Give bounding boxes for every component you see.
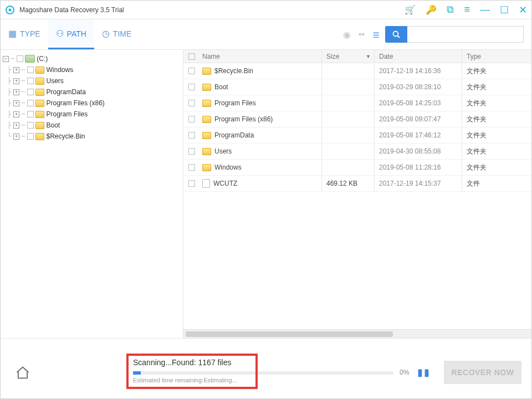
grid-icon: ▦ (8, 28, 17, 39)
file-type: 文件夹 (462, 95, 531, 111)
checkbox[interactable] (17, 55, 23, 62)
tree-item[interactable]: ├+─Boot (3, 120, 181, 131)
tree-item-label: $Recycle.Bin (46, 132, 85, 140)
titlebar-actions: 🛒 🔑 ⧉ ≡ — ☐ ✕ (405, 4, 527, 16)
folder-icon (202, 164, 211, 171)
file-date: 2019-05-08 11:28:16 (375, 160, 462, 175)
table-row[interactable]: Program Files (x86)2019-05-08 09:07:47文件… (183, 111, 531, 127)
tab-path[interactable]: ⚇ PATH (48, 19, 94, 49)
checkbox[interactable] (27, 122, 34, 129)
list-body[interactable]: $Recycle.Bin2017-12-19 14:16:36文件夹Boot20… (183, 63, 531, 329)
expand-icon[interactable]: + (13, 111, 19, 117)
file-type: 文件 (462, 176, 531, 191)
file-type: 文件夹 (462, 63, 531, 79)
table-row[interactable]: WCUTZ469.12 KB2017-12-19 14:15:37文件 (183, 176, 531, 192)
row-checkbox[interactable] (188, 68, 195, 74)
tab-type[interactable]: ▦ TYPE (1, 19, 48, 49)
tab-label: TIME (113, 29, 131, 38)
file-size (322, 127, 375, 143)
row-checkbox[interactable] (188, 164, 195, 171)
file-name: ProgramData (214, 131, 254, 139)
table-row[interactable]: Boot2019-03-29 08:28:10文件夹 (183, 79, 531, 95)
search-button[interactable] (385, 26, 407, 43)
drive-icon (25, 55, 35, 63)
search-input[interactable] (407, 26, 524, 43)
svg-line-3 (398, 36, 400, 38)
folder-tree[interactable]: − ─ (C:) ├+─Windows├+─Users├+─ProgramDat… (1, 50, 183, 338)
tree-item[interactable]: ├+─Windows (3, 64, 181, 75)
tab-label: PATH (67, 29, 86, 38)
cart-icon[interactable]: 🛒 (405, 4, 416, 15)
expand-icon[interactable]: + (13, 134, 19, 140)
row-checkbox[interactable] (188, 84, 195, 90)
expand-icon[interactable]: + (13, 67, 19, 73)
tree-item[interactable]: ├+─Program Files (x86) (3, 98, 181, 109)
row-checkbox[interactable] (188, 100, 195, 106)
table-row[interactable]: ProgramData2019-05-08 17:46:12文件夹 (183, 127, 531, 144)
scrollbar-thumb[interactable] (186, 331, 393, 337)
select-all-checkbox[interactable] (188, 53, 195, 60)
collapse-icon[interactable]: − (3, 56, 9, 62)
list-header[interactable]: Name Size▼ Date Type (183, 50, 531, 63)
table-row[interactable]: $Recycle.Bin2017-12-19 14:16:36文件夹 (183, 63, 531, 79)
tree-item-label: Boot (46, 121, 60, 129)
checkbox[interactable] (27, 133, 34, 140)
folder-icon (35, 100, 44, 107)
col-date[interactable]: Date (375, 50, 462, 63)
file-icon (202, 179, 210, 188)
tab-label: TYPE (20, 29, 40, 38)
minimize-icon[interactable]: — (480, 4, 490, 16)
row-checkbox[interactable] (188, 180, 195, 187)
app-menu-icon[interactable]: ⧉ (447, 4, 454, 16)
grid-view-icon[interactable]: ▪▪ (359, 29, 365, 39)
maximize-icon[interactable]: ☐ (500, 4, 509, 16)
expand-icon[interactable]: + (13, 122, 19, 129)
tree-root-label: (C:) (37, 55, 48, 63)
preview-icon[interactable]: ◉ (343, 29, 351, 40)
table-row[interactable]: Program Files2019-05-08 14:25:03文件夹 (183, 95, 531, 111)
horizontal-scrollbar[interactable] (183, 329, 531, 338)
table-row[interactable]: Users2019-04-30 08:55:08文件夹 (183, 144, 531, 160)
file-type: 文件夹 (462, 79, 531, 95)
recover-button[interactable]: RECOVER NOW (444, 361, 521, 384)
hamburger-icon[interactable]: ≡ (464, 4, 470, 16)
key-icon[interactable]: 🔑 (426, 4, 437, 15)
col-size[interactable]: Size▼ (322, 50, 375, 63)
home-button[interactable] (15, 365, 30, 385)
file-size (322, 63, 375, 79)
progress-percent: 0% (400, 369, 409, 376)
pause-button[interactable]: ▮▮ (417, 366, 431, 378)
tab-time[interactable]: ◷ TIME (94, 19, 139, 49)
close-icon[interactable]: ✕ (519, 4, 527, 16)
folder-icon (202, 68, 211, 75)
tree-item[interactable]: ├+─ProgramData (3, 86, 181, 98)
row-checkbox[interactable] (188, 148, 195, 155)
file-date: 2019-04-30 08:55:08 (375, 144, 462, 159)
file-name: Program Files (x86) (214, 115, 273, 123)
tree-item[interactable]: └+─$Recycle.Bin (3, 131, 181, 142)
checkbox[interactable] (27, 111, 34, 117)
tree-item[interactable]: ├+─Program Files (3, 109, 181, 120)
file-type: 文件夹 (462, 144, 531, 159)
expand-icon[interactable]: + (13, 100, 19, 106)
search (385, 19, 531, 49)
file-type: 文件夹 (462, 160, 531, 175)
row-checkbox[interactable] (188, 132, 195, 139)
checkbox[interactable] (27, 89, 34, 95)
tree-item[interactable]: ├+─Users (3, 75, 181, 86)
file-name: Users (214, 147, 232, 155)
expand-icon[interactable]: + (13, 89, 19, 95)
table-row[interactable]: Windows2019-05-08 11:28:16文件夹 (183, 160, 531, 176)
row-checkbox[interactable] (188, 116, 195, 122)
file-name: Boot (214, 83, 228, 91)
checkbox[interactable] (27, 100, 34, 106)
expand-icon[interactable]: + (13, 78, 19, 84)
tree-root[interactable]: − ─ (C:) (3, 53, 181, 64)
list-view-icon[interactable]: ≣ (372, 29, 380, 40)
checkbox[interactable] (27, 66, 34, 73)
checkbox[interactable] (27, 78, 34, 84)
scan-status-highlight: Scanning...Found: 1167 files Estimated t… (126, 354, 258, 389)
col-name[interactable]: Name (200, 50, 322, 63)
col-type[interactable]: Type (462, 50, 531, 63)
folder-icon (35, 89, 44, 96)
